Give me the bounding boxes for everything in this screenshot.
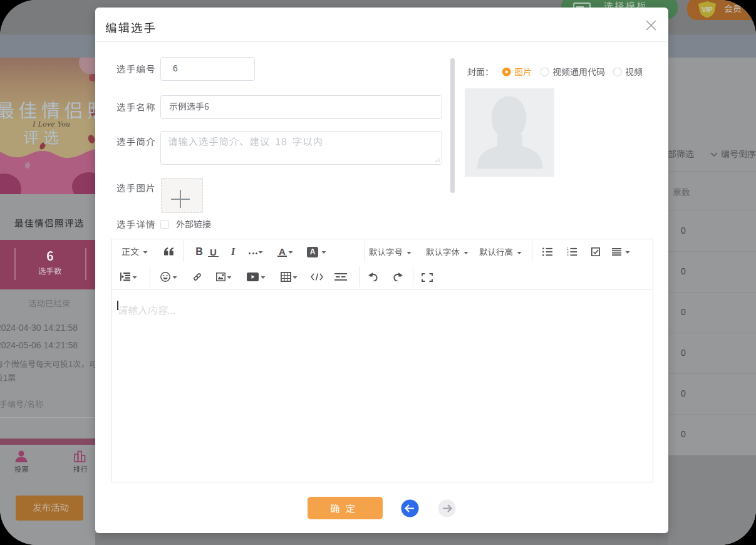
svg-text:VIP: VIP bbox=[702, 6, 713, 13]
svg-text:3: 3 bbox=[567, 254, 569, 256]
